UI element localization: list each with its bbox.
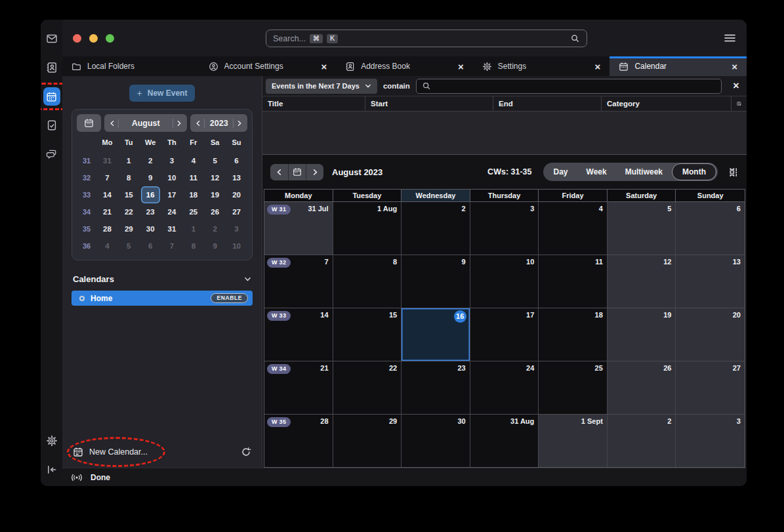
- tab-local-folders[interactable]: Local Folders: [62, 56, 199, 76]
- day-cell[interactable]: W 3421: [264, 361, 333, 414]
- minical-day[interactable]: 7: [98, 169, 117, 186]
- tab-account-settings[interactable]: Account Settings ×: [199, 56, 337, 76]
- day-cell[interactable]: 8: [333, 255, 402, 308]
- minical-day[interactable]: 22: [119, 203, 138, 220]
- minical-day[interactable]: 8: [119, 169, 138, 186]
- day-cell[interactable]: 29: [333, 415, 402, 467]
- collapse-spaces-button[interactable]: [43, 461, 60, 478]
- close-filter-button[interactable]: ×: [728, 80, 745, 92]
- day-cell[interactable]: 15: [333, 308, 402, 361]
- next-year-button[interactable]: [236, 120, 243, 127]
- day-cell[interactable]: 5: [608, 202, 676, 255]
- view-week[interactable]: Week: [577, 164, 616, 180]
- minical-day[interactable]: 28: [98, 220, 117, 237]
- addressbook-space-button[interactable]: [43, 59, 60, 76]
- minical-day[interactable]: 23: [141, 203, 160, 220]
- column-header-title[interactable]: Title: [262, 96, 365, 111]
- minical-day[interactable]: 24: [163, 203, 182, 220]
- day-cell[interactable]: 3: [676, 415, 745, 467]
- minical-day[interactable]: 8: [184, 237, 203, 255]
- day-cell[interactable]: 19: [608, 308, 676, 361]
- minical-day[interactable]: 7: [163, 237, 182, 255]
- close-tab-button[interactable]: ×: [458, 62, 464, 72]
- minical-day[interactable]: 6: [227, 152, 246, 169]
- day-cell[interactable]: 31 Aug: [470, 415, 539, 467]
- new-event-button[interactable]: + New Event: [129, 85, 195, 102]
- minical-day[interactable]: 1: [119, 152, 138, 169]
- minical-day[interactable]: 1: [184, 220, 203, 237]
- today-button[interactable]: [288, 164, 306, 180]
- day-cell[interactable]: 13: [676, 255, 745, 308]
- day-cell[interactable]: 1 Sept: [539, 415, 608, 467]
- minical-day[interactable]: 5: [119, 237, 138, 255]
- column-header-start[interactable]: Start: [365, 96, 493, 111]
- event-filter-dropdown[interactable]: Events in the Next 7 Days: [266, 79, 377, 94]
- minical-day[interactable]: 31: [163, 220, 182, 237]
- minical-day[interactable]: 26: [205, 203, 224, 220]
- close-tab-button[interactable]: ×: [321, 62, 327, 72]
- day-cell[interactable]: 23: [402, 361, 470, 414]
- column-header-category[interactable]: Category: [602, 96, 732, 111]
- day-cell[interactable]: W 3314: [264, 308, 333, 361]
- day-cell[interactable]: W 327: [264, 255, 333, 308]
- minical-day[interactable]: 20: [227, 186, 246, 203]
- minical-day[interactable]: 6: [141, 237, 160, 255]
- prev-month-button[interactable]: [109, 120, 115, 127]
- rotate-view-button[interactable]: [728, 167, 739, 178]
- minical-day[interactable]: 4: [184, 152, 203, 169]
- minical-day[interactable]: 13: [227, 169, 246, 186]
- view-month[interactable]: Month: [672, 163, 716, 180]
- day-cell[interactable]: 27: [676, 361, 745, 414]
- day-cell[interactable]: 2: [608, 415, 676, 467]
- day-cell[interactable]: 10: [470, 255, 539, 308]
- zoom-window-button[interactable]: [106, 34, 114, 43]
- day-cell[interactable]: 30: [402, 415, 470, 467]
- day-cell[interactable]: 18: [539, 308, 608, 361]
- minical-day[interactable]: 10: [163, 169, 182, 186]
- day-cell[interactable]: 24: [470, 361, 539, 414]
- minical-day[interactable]: 17: [163, 186, 182, 203]
- day-cell[interactable]: 20: [676, 308, 745, 361]
- next-month-button[interactable]: [176, 120, 182, 127]
- day-cell[interactable]: W 3528: [264, 415, 333, 467]
- close-tab-button[interactable]: ×: [732, 62, 737, 72]
- minical-day[interactable]: 25: [184, 203, 203, 220]
- minical-day[interactable]: 12: [205, 169, 224, 186]
- minical-day[interactable]: 2: [205, 220, 224, 237]
- day-cell[interactable]: 11: [539, 255, 608, 308]
- day-cell[interactable]: 12: [608, 255, 676, 308]
- minimize-window-button[interactable]: [89, 34, 98, 43]
- global-search-input[interactable]: Search... ⌘ K: [266, 30, 587, 47]
- prev-period-button[interactable]: [270, 164, 288, 180]
- day-cell[interactable]: 17: [470, 308, 539, 361]
- minical-day[interactable]: 10: [227, 237, 246, 255]
- minical-day-selected[interactable]: 16: [141, 186, 160, 203]
- minical-day[interactable]: 9: [141, 169, 160, 186]
- day-cell[interactable]: 3: [470, 202, 539, 255]
- settings-button[interactable]: [43, 432, 60, 449]
- minical-day[interactable]: 21: [98, 203, 117, 220]
- day-cell[interactable]: 25: [539, 361, 608, 414]
- minical-day[interactable]: 31: [98, 152, 117, 169]
- minical-day[interactable]: 5: [205, 152, 224, 169]
- close-tab-button[interactable]: ×: [595, 62, 601, 72]
- day-cell[interactable]: 9: [402, 255, 470, 308]
- column-header-end[interactable]: End: [493, 96, 602, 111]
- day-cell-today[interactable]: 16: [402, 308, 470, 361]
- minical-day[interactable]: 18: [184, 186, 203, 203]
- day-cell[interactable]: 1 Aug: [333, 202, 402, 255]
- calendar-list-item-home[interactable]: Home ENABLE: [72, 291, 253, 306]
- minical-day[interactable]: 2: [141, 152, 160, 169]
- close-window-button[interactable]: [73, 34, 81, 43]
- chat-space-button[interactable]: [43, 146, 60, 163]
- minical-day[interactable]: 19: [205, 186, 224, 203]
- minical-day[interactable]: 11: [184, 169, 203, 186]
- tasks-space-button[interactable]: [43, 117, 60, 134]
- app-menu-button[interactable]: [724, 33, 736, 43]
- view-multiweek[interactable]: Multiweek: [616, 164, 672, 180]
- next-period-button[interactable]: [306, 164, 323, 180]
- calendars-section-header[interactable]: Calendars: [73, 274, 251, 284]
- prev-year-button[interactable]: [195, 120, 201, 127]
- minical-day[interactable]: 9: [205, 237, 224, 255]
- calendar-space-button[interactable]: [43, 88, 60, 105]
